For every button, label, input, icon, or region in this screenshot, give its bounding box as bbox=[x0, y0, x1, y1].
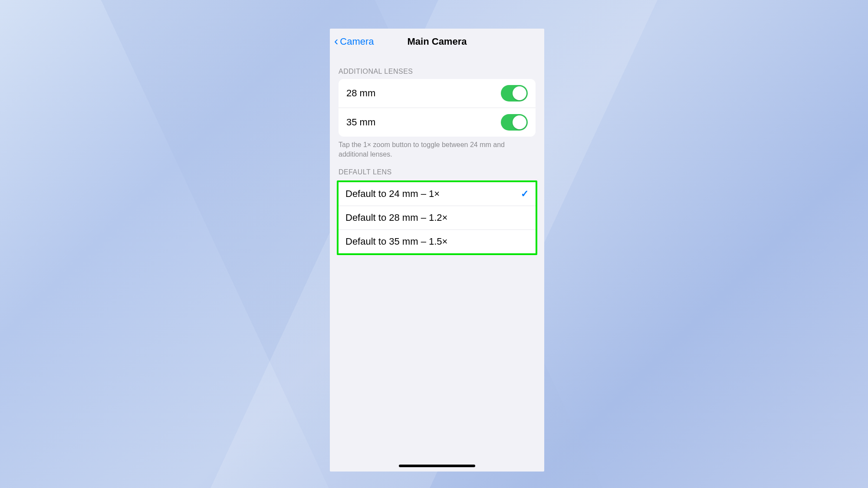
additional-lenses-group: 28 mm 35 mm bbox=[339, 79, 536, 137]
default-lens-option-35mm[interactable]: Default to 35 mm – 1.5× bbox=[339, 229, 536, 253]
navigation-bar: ‹ Camera Main Camera bbox=[330, 29, 544, 55]
section-header-default-lens: Default Lens bbox=[330, 159, 544, 180]
settings-screen: ‹ Camera Main Camera Additional Lenses 2… bbox=[330, 29, 544, 472]
option-label: Default to 35 mm – 1.5× bbox=[345, 236, 447, 247]
default-lens-option-24mm[interactable]: Default to 24 mm – 1× ✓ bbox=[339, 182, 536, 206]
toggle-35mm[interactable] bbox=[501, 114, 528, 131]
chevron-left-icon: ‹ bbox=[334, 34, 338, 48]
default-lens-group-highlighted: Default to 24 mm – 1× ✓ Default to 28 mm… bbox=[337, 180, 537, 255]
back-label: Camera bbox=[340, 36, 374, 47]
option-label: Default to 28 mm – 1.2× bbox=[345, 212, 447, 223]
lens-row-35mm: 35 mm bbox=[339, 108, 536, 137]
toggle-28mm[interactable] bbox=[501, 85, 528, 102]
lens-label: 35 mm bbox=[346, 117, 375, 128]
section-header-lenses: Additional Lenses bbox=[330, 55, 544, 79]
section-footer-lenses: Tap the 1× zoom button to toggle between… bbox=[330, 137, 544, 159]
lens-row-28mm: 28 mm bbox=[339, 79, 536, 108]
checkmark-icon: ✓ bbox=[521, 188, 529, 200]
page-title: Main Camera bbox=[408, 36, 467, 47]
home-indicator[interactable] bbox=[399, 465, 475, 467]
back-button[interactable]: ‹ Camera bbox=[334, 36, 374, 48]
default-lens-option-28mm[interactable]: Default to 28 mm – 1.2× bbox=[339, 206, 536, 229]
lens-label: 28 mm bbox=[346, 88, 375, 99]
option-label: Default to 24 mm – 1× bbox=[345, 188, 440, 200]
